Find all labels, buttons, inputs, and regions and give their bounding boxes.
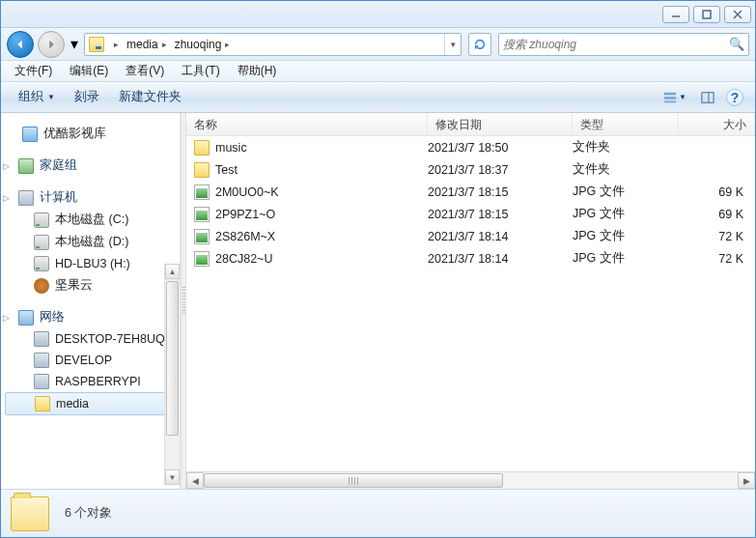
sidebar-item-label: 本地磁盘 (D:) (55, 234, 128, 250)
sidebar-item-label: 本地磁盘 (C:) (55, 212, 128, 228)
file-row[interactable]: Test2021/3/7 18:37文件夹 (186, 158, 755, 181)
sidebar-item-drive[interactable]: 本地磁盘 (D:) (1, 231, 180, 253)
sidebar-group-computer[interactable]: ▷ 计算机 (1, 186, 180, 209)
chevron-right-icon: ▷ (3, 193, 13, 203)
breadcrumb-root[interactable]: ▸ (106, 34, 123, 55)
horizontal-scrollbar[interactable]: ◀ ▶ (186, 471, 755, 489)
sidebar-item-drive[interactable]: 本地磁盘 (C:) (1, 209, 180, 231)
toolbar-new-folder[interactable]: 新建文件夹 (109, 85, 191, 109)
folder-icon (35, 396, 50, 411)
file-type: JPG 文件 (573, 184, 679, 200)
file-date: 2021/3/7 18:37 (428, 163, 573, 177)
nav-history-dropdown[interactable]: ▾ (69, 33, 80, 56)
breadcrumb-seg-zhuoqing[interactable]: zhuoqing▸ (171, 34, 235, 55)
address-bar[interactable]: ▸ media▸ zhuoqing▸ ▾ (84, 33, 462, 56)
file-date: 2021/3/7 18:15 (428, 208, 573, 221)
sidebar-group-label: 网络 (40, 309, 65, 326)
file-date: 2021/3/7 18:14 (428, 252, 573, 266)
back-button[interactable] (7, 31, 34, 58)
scroll-up-arrow[interactable]: ▲ (165, 264, 180, 279)
file-name: music (215, 141, 247, 155)
forward-button[interactable] (38, 31, 65, 58)
sidebar-item-drive[interactable]: 坚果云 (1, 274, 180, 297)
search-icon[interactable]: 🔍 (729, 37, 744, 51)
file-list-pane: 名称 修改日期 类型 大小 music2021/3/7 18:50文件夹Test… (186, 113, 755, 489)
toolbar-view-button[interactable]: ▼ (657, 87, 693, 108)
sidebar-item-label: 优酷影视库 (43, 126, 106, 142)
search-input[interactable] (503, 38, 729, 51)
toolbar: 组织▼ 刻录 新建文件夹 ▼ ? (1, 82, 755, 113)
splitter[interactable] (181, 113, 186, 489)
sidebar-item-host[interactable]: RASPBERRYPI (1, 371, 180, 392)
file-size: 69 K (679, 185, 755, 199)
file-name: 2M0UO0~K (215, 185, 279, 199)
scroll-down-arrow[interactable]: ▼ (165, 469, 180, 485)
sidebar-item-youku[interactable]: 优酷影视库 (1, 123, 180, 145)
file-row[interactable]: 2M0UO0~K2021/3/7 18:15JPG 文件69 K (186, 181, 755, 203)
explorer-window: ▾ ▸ media▸ zhuoqing▸ ▾ 🔍 文件(F) 编辑(E) 查看(… (0, 0, 756, 538)
computer-icon (34, 331, 49, 347)
image-file-icon (194, 229, 210, 244)
file-size: 72 K (679, 230, 755, 243)
status-bar: 6 个对象 (1, 489, 755, 537)
col-date[interactable]: 修改日期 (428, 113, 573, 135)
sidebar-group-network[interactable]: ▷ 网络 (1, 306, 180, 328)
toolbar-burn[interactable]: 刻录 (65, 85, 109, 109)
sidebar-item-host[interactable]: media (5, 392, 176, 415)
scroll-track[interactable] (204, 472, 738, 489)
sidebar-scrollbar[interactable]: ▲ ▼ (164, 264, 180, 485)
svg-rect-0 (703, 11, 711, 18)
toolbar-preview-pane-button[interactable] (695, 87, 720, 108)
maximize-button[interactable] (693, 6, 720, 23)
menu-help[interactable]: 帮助(H) (230, 61, 285, 81)
col-size[interactable]: 大小 (679, 113, 755, 135)
menu-tools[interactable]: 工具(T) (174, 61, 227, 81)
nav-row: ▾ ▸ media▸ zhuoqing▸ ▾ 🔍 (1, 28, 755, 61)
navigation-pane[interactable]: 优酷影视库 ▷ 家庭组 ▷ 计算机 本地磁盘 (C:)本地磁盘 (D:)HD-L… (1, 113, 181, 489)
help-icon: ? (726, 89, 743, 106)
breadcrumb-seg-media[interactable]: media▸ (123, 34, 171, 55)
drive-icon (34, 278, 49, 294)
sidebar-group-label: 计算机 (40, 189, 77, 206)
scroll-right-arrow[interactable]: ▶ (738, 472, 755, 489)
file-type: 文件夹 (573, 161, 679, 178)
sidebar-item-label: DESKTOP-7EH8UQ1 (55, 332, 172, 346)
svg-rect-2 (664, 97, 676, 99)
sidebar-item-host[interactable]: DEVELOP (1, 350, 180, 371)
homegroup-icon (18, 158, 34, 174)
sidebar-item-label: 坚果云 (55, 277, 93, 294)
svg-rect-3 (664, 100, 676, 102)
drive-icon (34, 235, 49, 250)
file-name: 28CJ82~U (215, 252, 272, 266)
col-type[interactable]: 类型 (573, 113, 679, 135)
toolbar-help-button[interactable]: ? (722, 87, 747, 108)
scroll-left-arrow[interactable]: ◀ (186, 472, 204, 489)
col-name[interactable]: 名称 (186, 113, 428, 135)
drive-icon (34, 212, 49, 228)
file-row[interactable]: music2021/3/7 18:50文件夹 (186, 136, 755, 158)
sidebar-group-label: 家庭组 (40, 157, 77, 174)
refresh-button[interactable] (468, 33, 491, 56)
scroll-thumb[interactable] (166, 281, 179, 436)
close-button[interactable] (724, 6, 751, 23)
sidebar-item-host[interactable]: DESKTOP-7EH8UQ1 (1, 328, 180, 350)
folder-icon (11, 496, 49, 531)
toolbar-organize[interactable]: 组织▼ (9, 85, 65, 109)
menu-bar: 文件(F) 编辑(E) 查看(V) 工具(T) 帮助(H) (1, 61, 755, 82)
minimize-button[interactable] (662, 6, 689, 23)
svg-rect-1 (664, 92, 676, 95)
file-name: 2P9PZ1~O (215, 208, 275, 221)
file-list[interactable]: music2021/3/7 18:50文件夹Test2021/3/7 18:37… (186, 136, 755, 471)
sidebar-item-drive[interactable]: HD-LBU3 (H:) (1, 253, 180, 274)
scroll-thumb[interactable] (204, 473, 503, 488)
address-dropdown[interactable]: ▾ (445, 34, 461, 55)
menu-file[interactable]: 文件(F) (7, 61, 60, 81)
search-box[interactable]: 🔍 (498, 33, 749, 56)
image-file-icon (194, 251, 210, 267)
menu-view[interactable]: 查看(V) (118, 61, 172, 81)
file-row[interactable]: 28CJ82~U2021/3/7 18:14JPG 文件72 K (186, 247, 755, 269)
file-row[interactable]: 2P9PZ1~O2021/3/7 18:15JPG 文件69 K (186, 203, 755, 225)
menu-edit[interactable]: 编辑(E) (62, 61, 116, 81)
file-row[interactable]: 2S826M~X2021/3/7 18:14JPG 文件72 K (186, 225, 755, 247)
sidebar-group-homegroup[interactable]: ▷ 家庭组 (1, 155, 180, 177)
